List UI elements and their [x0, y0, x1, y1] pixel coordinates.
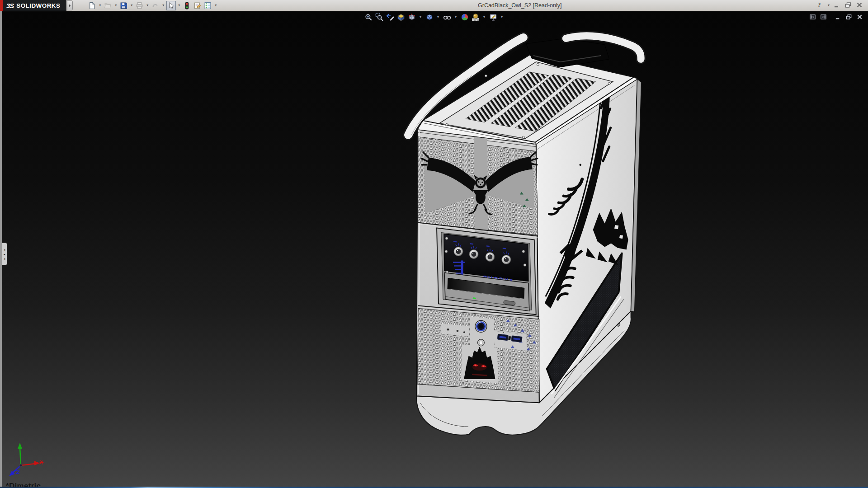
save-dropdown-arrow[interactable]: ▾	[129, 3, 134, 8]
open-document-icon[interactable]	[103, 1, 113, 10]
toolbar-expand-tab[interactable]	[67, 0, 73, 10]
options-dropdown-arrow[interactable]: ▾	[213, 3, 218, 8]
front-bottom-mesh	[417, 308, 539, 392]
titlebar-window-controls: ?▾	[816, 0, 864, 11]
reference-triad	[3, 439, 44, 481]
file-properties-icon[interactable]	[193, 1, 202, 10]
undo-icon[interactable]	[151, 1, 160, 10]
chevron-right-icon	[68, 4, 72, 8]
help-icon[interactable]: ?	[816, 1, 824, 10]
print-dropdown-arrow[interactable]: ▾	[145, 3, 150, 8]
options-icon[interactable]	[203, 1, 212, 10]
title-bar: 3S SOLIDWORKS ▾▾▾▾▾▾▾ GrCadBlack_Owl_S2 …	[0, 0, 868, 11]
save-icon[interactable]	[119, 1, 128, 10]
drive-bay: PHOBYA	[437, 228, 536, 315]
reset-button[interactable]	[477, 339, 484, 346]
solidworks-logo: 3S SOLIDWORKS	[0, 0, 66, 11]
solidworks-wordmark: SOLIDWORKS	[16, 2, 60, 9]
select-cursor-dropdown-arrow[interactable]: ▾	[177, 3, 181, 8]
minimize-icon[interactable]	[833, 1, 842, 10]
close-icon[interactable]	[856, 1, 864, 10]
select-cursor-icon[interactable]	[166, 1, 176, 10]
open-document-dropdown-arrow[interactable]: ▾	[113, 3, 118, 8]
graphics-area[interactable]: ▾▾▾▾▾ ◂ ◂ ◂	[0, 11, 868, 488]
power-button[interactable]	[475, 320, 487, 332]
undo-dropdown-arrow[interactable]: ▾	[161, 3, 165, 8]
rebuild-stoplight-icon[interactable]	[182, 1, 192, 10]
new-document-dropdown-arrow[interactable]: ▾	[98, 3, 102, 8]
restore-icon[interactable]	[844, 1, 853, 10]
front-panel: PHOBYA	[416, 130, 539, 403]
help-dropdown-arrow[interactable]: ▾	[827, 3, 830, 8]
document-title: GrCadBlack_Owl_S2 [Read-only]	[478, 0, 562, 11]
3ds-mark: 3S	[6, 2, 14, 9]
print-icon[interactable]	[135, 1, 144, 10]
svg-text:?: ?	[818, 2, 821, 9]
pc-case-model[interactable]: PHOBYA	[0, 11, 868, 488]
main-toolbar: ▾▾▾▾▾▾▾	[87, 1, 218, 10]
new-document-icon[interactable]	[87, 1, 97, 10]
